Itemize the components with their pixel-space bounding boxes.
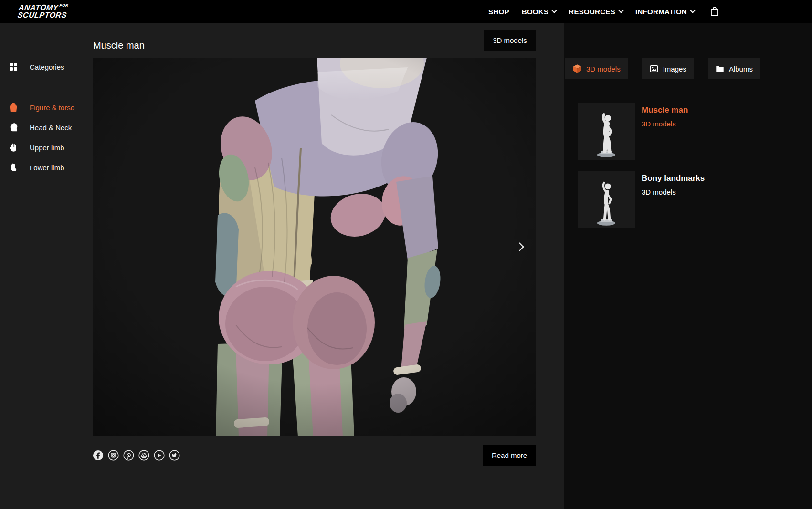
next-arrow-button[interactable]: [514, 240, 527, 253]
chevron-right-icon: [515, 242, 524, 251]
main-footer: Read more: [93, 444, 536, 466]
bony-landmarks-thumbnail: [578, 171, 635, 228]
logo-line2: SCULPTORS: [17, 11, 68, 19]
torso-icon: [9, 103, 18, 112]
sidebar-item-figure-torso[interactable]: Figure & torso: [0, 97, 93, 117]
categories-header: Categories: [9, 57, 64, 76]
bony-landmarks-statue: [583, 178, 629, 228]
nav-item-information[interactable]: INFORMATION: [635, 8, 695, 16]
muscle-man-model-image: [93, 58, 536, 436]
logo[interactable]: ANATOMYFOR SCULPTORS: [17, 4, 69, 19]
item-title: Bony landmarks: [642, 174, 705, 183]
google-drive-icon[interactable]: [138, 450, 149, 461]
item-text: Bony landmarks 3D models: [642, 171, 705, 228]
nav-right: SHOP BOOKS RESOURCES INFORMATION: [488, 6, 720, 17]
nav-item-books[interactable]: BOOKS: [522, 8, 557, 16]
related-content-panel: 3D models Images Albums: [564, 23, 812, 509]
model-viewer[interactable]: [93, 58, 536, 436]
sidebar-item-lower-limb[interactable]: Lower limb: [0, 157, 93, 177]
pinterest-icon[interactable]: [123, 450, 134, 461]
item-text: Muscle man 3D models: [642, 103, 688, 160]
folder-icon: [715, 64, 725, 73]
head-icon: [9, 123, 18, 132]
chevron-down-icon: [690, 8, 695, 13]
muscle-man-thumbnail: [578, 103, 635, 160]
chevron-down-icon: [618, 8, 623, 13]
foot-icon: [9, 163, 18, 172]
read-more-button[interactable]: Read more: [483, 445, 536, 466]
item-subtitle: 3D models: [642, 188, 705, 196]
sidebar-item-head-neck[interactable]: Head & Neck: [0, 117, 93, 137]
twitter-icon[interactable]: [169, 450, 180, 461]
categories-sidebar: Categories Figure & torso Head & Neck Up…: [0, 23, 93, 509]
page-title: Muscle man: [93, 40, 145, 51]
image-icon: [649, 64, 659, 73]
content-tabs: 3D models Images Albums: [565, 58, 760, 79]
nav-item-resources[interactable]: RESOURCES: [569, 8, 623, 16]
chevron-down-icon: [552, 8, 557, 13]
categories-title: Categories: [30, 63, 64, 71]
main-content: Muscle man 3D models: [93, 23, 536, 509]
nav-item-shop[interactable]: SHOP: [488, 8, 509, 16]
grid-icon: [9, 62, 18, 72]
tab-3d-models[interactable]: 3D models: [565, 58, 628, 79]
shopping-bag-icon[interactable]: [709, 6, 720, 17]
muscle-man-statue: [583, 110, 629, 160]
youtube-icon[interactable]: [154, 450, 165, 461]
logo-line1: ANATOMYFOR: [18, 4, 69, 11]
item-subtitle: 3D models: [642, 120, 688, 128]
top-navigation: ANATOMYFOR SCULPTORS SHOP BOOKS RESOURCE…: [0, 0, 812, 23]
hand-icon: [9, 143, 18, 152]
instagram-icon[interactable]: [108, 450, 119, 461]
tab-albums[interactable]: Albums: [708, 58, 760, 79]
facebook-icon[interactable]: [93, 450, 104, 461]
sidebar-item-upper-limb[interactable]: Upper limb: [0, 137, 93, 157]
categories-list: Figure & torso Head & Neck Upper limb Lo…: [0, 97, 93, 177]
cube-icon: [572, 64, 582, 73]
list-item-muscle-man[interactable]: Muscle man 3D models: [578, 103, 801, 160]
item-title: Muscle man: [642, 105, 688, 115]
tab-images[interactable]: Images: [642, 58, 694, 79]
model-list: Muscle man 3D models: [578, 103, 801, 228]
nav-menu: SHOP BOOKS RESOURCES INFORMATION: [488, 8, 695, 16]
list-item-bony-landmarks[interactable]: Bony landmarks 3D models: [578, 171, 801, 228]
content-type-badge[interactable]: 3D models: [484, 30, 536, 51]
social-links: [93, 450, 180, 461]
